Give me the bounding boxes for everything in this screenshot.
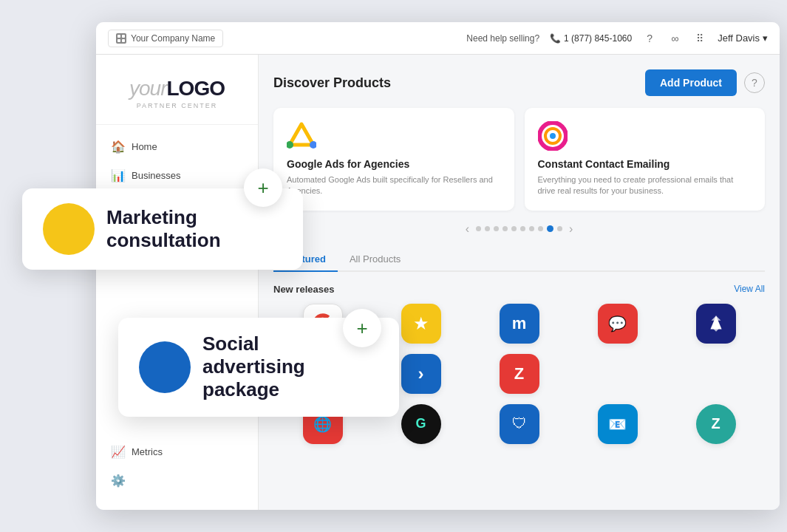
- tab-all-products[interactable]: All Products: [338, 248, 412, 272]
- featured-card-constant-contact[interactable]: Constant Contact Emailing Everything you…: [525, 108, 766, 211]
- product-cell-empty-1: [596, 354, 640, 394]
- carousel-next[interactable]: ›: [566, 222, 576, 236]
- metrics-icon: 📈: [111, 445, 124, 459]
- sidebar: yourLOGO PARTNER CENTER 🏠 Home 📊 Busines…: [96, 55, 259, 510]
- social-circle: [139, 341, 191, 393]
- nav-right: Need help selling? 📞 1 (877) 845-1060 ? …: [466, 31, 768, 46]
- product-cell-chat[interactable]: 💬: [596, 304, 640, 344]
- sidebar-item-home[interactable]: 🏠 Home: [96, 132, 258, 161]
- help-circle-button[interactable]: ?: [744, 72, 765, 93]
- dot-6[interactable]: [520, 226, 525, 231]
- page-title: Discover Products: [273, 75, 391, 91]
- dot-3[interactable]: [494, 226, 499, 231]
- home-icon: 🏠: [111, 140, 124, 154]
- header-actions: Add Product ?: [645, 69, 765, 96]
- company-name-text: Your Company Name: [131, 33, 215, 44]
- g-dark-icon[interactable]: G: [401, 404, 441, 444]
- star-icon[interactable]: ★: [401, 304, 441, 344]
- add-product-button[interactable]: Add Product: [645, 69, 737, 96]
- carousel-nav: ‹ ›: [273, 222, 765, 236]
- dot-4[interactable]: [502, 226, 508, 231]
- question-icon[interactable]: ?: [642, 31, 657, 46]
- sidebar-metrics-label: Metrics: [132, 446, 163, 457]
- product-cell-shield[interactable]: 🛡: [497, 404, 542, 444]
- tabs: Featured All Products: [273, 248, 765, 272]
- company-icon: [116, 33, 126, 44]
- google-ads-card-title: Google Ads for Agencies: [287, 158, 501, 170]
- dot-8[interactable]: [538, 226, 543, 231]
- google-ads-card-desc: Automated Google Ads built specifically …: [287, 174, 501, 197]
- svg-rect-1: [122, 35, 125, 38]
- cc-card-desc: Everything you need to create profession…: [538, 174, 752, 197]
- top-nav: Your Company Name Need help selling? 📞 1…: [96, 22, 780, 55]
- z-teal-icon[interactable]: Z: [696, 404, 736, 444]
- zeta-icon[interactable]: Z: [500, 354, 539, 394]
- dropdown-arrow-icon: ▾: [763, 33, 768, 44]
- product-cell-empty-2: [694, 354, 738, 394]
- enterprise-icon[interactable]: 📧: [598, 404, 638, 444]
- settings-icon: ⚙️: [111, 474, 124, 488]
- content-area: yourLOGO PARTNER CENTER 🏠 Home 📊 Busines…: [96, 55, 780, 510]
- view-all-link[interactable]: View All: [734, 284, 765, 294]
- section-header-new-releases: New releases View All: [273, 284, 765, 295]
- sidebar-home-label: Home: [132, 141, 157, 152]
- grid-icon[interactable]: ⠿: [692, 31, 707, 46]
- phone-number: 📞 1 (877) 845-1060: [550, 33, 632, 44]
- logo-text: yourLOGO: [111, 77, 243, 100]
- svg-rect-2: [117, 39, 120, 42]
- product-cell-g-dark[interactable]: G: [399, 404, 443, 444]
- product-cell-m[interactable]: m: [497, 304, 542, 344]
- sidebar-businesses-label: Businesses: [132, 170, 180, 181]
- phone-icon: 📞: [550, 33, 561, 44]
- google-ads-logo: [287, 121, 316, 151]
- dot-2[interactable]: [485, 226, 490, 231]
- svg-rect-3: [122, 39, 125, 42]
- main-header: Discover Products Add Product ?: [273, 69, 765, 96]
- sidebar-item-metrics[interactable]: 📈 Metrics: [96, 437, 258, 466]
- svg-rect-0: [117, 35, 120, 38]
- plus-button-1[interactable]: +: [244, 168, 282, 207]
- product-cell-zeta[interactable]: Z: [497, 354, 542, 394]
- marketing-circle: [43, 203, 95, 255]
- link-icon[interactable]: ∞: [667, 31, 682, 46]
- company-badge[interactable]: Your Company Name: [108, 30, 223, 47]
- social-label: Socialadvertisingpackage: [202, 332, 305, 402]
- product-cell-z-teal[interactable]: Z: [694, 404, 738, 444]
- constant-contact-logo: [538, 121, 568, 151]
- user-badge[interactable]: Jeff Davis ▾: [718, 33, 768, 44]
- dot-1[interactable]: [476, 226, 481, 231]
- dot-9-active[interactable]: [547, 225, 553, 232]
- plus-button-2[interactable]: +: [343, 309, 381, 347]
- m-icon[interactable]: m: [500, 304, 539, 344]
- product-cell-star[interactable]: ★: [399, 304, 443, 344]
- marketing-label: Marketingconsultation: [106, 206, 221, 252]
- svg-marker-4: [290, 124, 313, 145]
- cc-card-title: Constant Contact Emailing: [538, 158, 752, 170]
- carousel-prev[interactable]: ‹: [463, 222, 472, 236]
- dot-5[interactable]: [511, 226, 517, 231]
- businesses-icon: 📊: [111, 168, 124, 183]
- dot-7[interactable]: [529, 226, 534, 231]
- sidebar-item-settings[interactable]: ⚙️: [96, 466, 258, 495]
- scene: Your Company Name Need help selling? 📞 1…: [0, 0, 787, 532]
- partner-center-label: PARTNER CENTER: [111, 102, 243, 109]
- help-text: Need help selling?: [466, 33, 539, 44]
- shield-icon[interactable]: 🛡: [500, 404, 539, 444]
- product-cell-arrow[interactable]: [694, 304, 738, 344]
- logo-light: your: [129, 77, 166, 100]
- arrow-icon[interactable]: [696, 304, 736, 344]
- new-releases-title: New releases: [273, 284, 334, 295]
- logo-bold: LOGO: [167, 77, 225, 100]
- chevron-icon[interactable]: ›: [401, 354, 441, 394]
- main-panel: Discover Products Add Product ?: [259, 55, 780, 510]
- featured-cards: Google Ads for Agencies Automated Google…: [273, 108, 765, 211]
- sidebar-item-businesses[interactable]: 📊 Businesses: [96, 161, 258, 190]
- product-cell-enterprise[interactable]: 📧: [596, 404, 640, 444]
- logo-area: yourLOGO PARTNER CENTER: [96, 69, 258, 125]
- chat-icon[interactable]: 💬: [598, 304, 638, 344]
- product-cell-chevron[interactable]: ›: [399, 354, 443, 394]
- user-name: Jeff Davis: [718, 33, 760, 44]
- svg-point-10: [550, 133, 556, 139]
- featured-card-google-ads[interactable]: Google Ads for Agencies Automated Google…: [273, 108, 514, 211]
- dot-10[interactable]: [557, 226, 562, 231]
